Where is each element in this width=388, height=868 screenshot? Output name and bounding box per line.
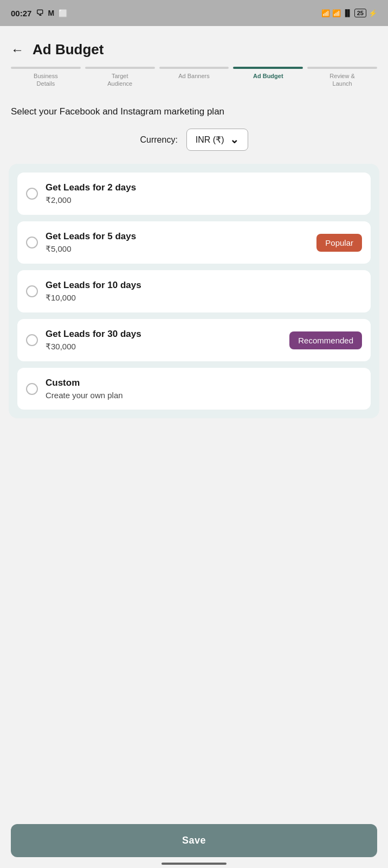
radio-2days[interactable] bbox=[26, 188, 38, 200]
step-label-business: BusinessDetails bbox=[34, 72, 58, 88]
step-review-launch[interactable]: Review &Launch bbox=[307, 67, 377, 88]
status-bar: 00:27 🗨 M ⬜ 📶 📶 ▐▌ 25 ⚡ bbox=[0, 0, 388, 26]
status-time: 00:27 🗨 M ⬜ bbox=[11, 9, 67, 18]
badge-recommended: Recommended bbox=[289, 331, 362, 349]
save-button[interactable]: Save bbox=[11, 824, 377, 857]
email-icon: M bbox=[48, 9, 54, 17]
plan-info-30days: Get Leads for 30 days ₹30,000 bbox=[46, 329, 282, 352]
currency-value: INR (₹) bbox=[196, 135, 224, 145]
progress-steps: BusinessDetails TargetAudience Ad Banner… bbox=[0, 67, 388, 88]
step-bar-banners bbox=[159, 67, 229, 69]
header: ← Ad Budget bbox=[0, 26, 388, 67]
step-label-target: TargetAudience bbox=[107, 72, 132, 88]
plan-name-30days: Get Leads for 30 days bbox=[46, 329, 282, 340]
radio-10days[interactable] bbox=[26, 285, 38, 297]
step-bar-budget bbox=[233, 67, 303, 69]
back-button[interactable]: ← bbox=[11, 42, 24, 58]
time-display: 00:27 bbox=[11, 9, 31, 18]
page-title: Ad Budget bbox=[33, 41, 104, 58]
plan-name-2days: Get Leads for 2 days bbox=[46, 182, 362, 193]
step-target-audience[interactable]: TargetAudience bbox=[85, 67, 155, 88]
plan-custom[interactable]: Custom Create your own plan bbox=[17, 368, 371, 410]
step-business-details[interactable]: BusinessDetails bbox=[11, 67, 81, 88]
plan-price-2days: ₹2,000 bbox=[46, 195, 362, 205]
plan-desc-custom: Create your own plan bbox=[46, 391, 362, 400]
signal-icon2: ▐▌ bbox=[343, 9, 352, 17]
plan-info-10days: Get Leads for 10 days ₹10,000 bbox=[46, 280, 362, 303]
plan-info-5days: Get Leads for 5 days ₹5,000 bbox=[46, 231, 309, 254]
plan-2days[interactable]: Get Leads for 2 days ₹2,000 bbox=[17, 173, 371, 215]
charge-icon: ⚡ bbox=[368, 9, 377, 17]
save-btn-container: Save bbox=[0, 818, 388, 868]
plan-name-5days: Get Leads for 5 days bbox=[46, 231, 309, 242]
plan-price-30days: ₹30,000 bbox=[46, 342, 282, 352]
home-indicator bbox=[161, 863, 227, 865]
step-bar-business bbox=[11, 67, 81, 69]
signal-icon1: 📶 bbox=[332, 9, 341, 17]
chat-icon: ⬜ bbox=[59, 9, 67, 17]
wifi-icon: 📶 bbox=[321, 9, 330, 17]
plan-5days[interactable]: Get Leads for 5 days ₹5,000 Popular bbox=[17, 221, 371, 264]
radio-5days[interactable] bbox=[26, 237, 38, 248]
step-ad-budget[interactable]: Ad Budget bbox=[233, 67, 303, 88]
chevron-down-icon: ⌄ bbox=[230, 134, 239, 145]
currency-label: Currency: bbox=[140, 135, 177, 145]
plan-name-10days: Get Leads for 10 days bbox=[46, 280, 362, 291]
radio-30days[interactable] bbox=[26, 334, 38, 346]
step-label-budget: Ad Budget bbox=[253, 72, 283, 80]
step-bar-review bbox=[307, 67, 377, 69]
step-ad-banners[interactable]: Ad Banners bbox=[159, 67, 229, 88]
battery-indicator: 25 bbox=[354, 9, 366, 17]
currency-selector[interactable]: INR (₹) ⌄ bbox=[186, 129, 248, 151]
plan-name-custom: Custom bbox=[46, 378, 362, 388]
main-content: ← Ad Budget BusinessDetails TargetAudien… bbox=[0, 26, 388, 868]
step-label-banners: Ad Banners bbox=[178, 72, 209, 80]
status-icons: 📶 📶 ▐▌ 25 ⚡ bbox=[321, 9, 377, 17]
plan-info-2days: Get Leads for 2 days ₹2,000 bbox=[46, 182, 362, 205]
step-label-review: Review &Launch bbox=[329, 72, 354, 88]
plans-container: Get Leads for 2 days ₹2,000 Get Leads fo… bbox=[9, 164, 379, 418]
currency-row: Currency: INR (₹) ⌄ bbox=[0, 129, 388, 151]
plan-price-10days: ₹10,000 bbox=[46, 293, 362, 303]
plan-price-5days: ₹5,000 bbox=[46, 244, 309, 254]
section-description: Select your Facebook and Instagram marke… bbox=[0, 101, 388, 129]
plan-info-custom: Custom Create your own plan bbox=[46, 378, 362, 400]
badge-popular: Popular bbox=[316, 234, 362, 252]
message-icon: 🗨 bbox=[36, 9, 43, 17]
radio-custom[interactable] bbox=[26, 383, 38, 395]
plan-10days[interactable]: Get Leads for 10 days ₹10,000 bbox=[17, 270, 371, 312]
plan-30days[interactable]: Get Leads for 30 days ₹30,000 Recommende… bbox=[17, 319, 371, 361]
step-bar-target bbox=[85, 67, 155, 69]
